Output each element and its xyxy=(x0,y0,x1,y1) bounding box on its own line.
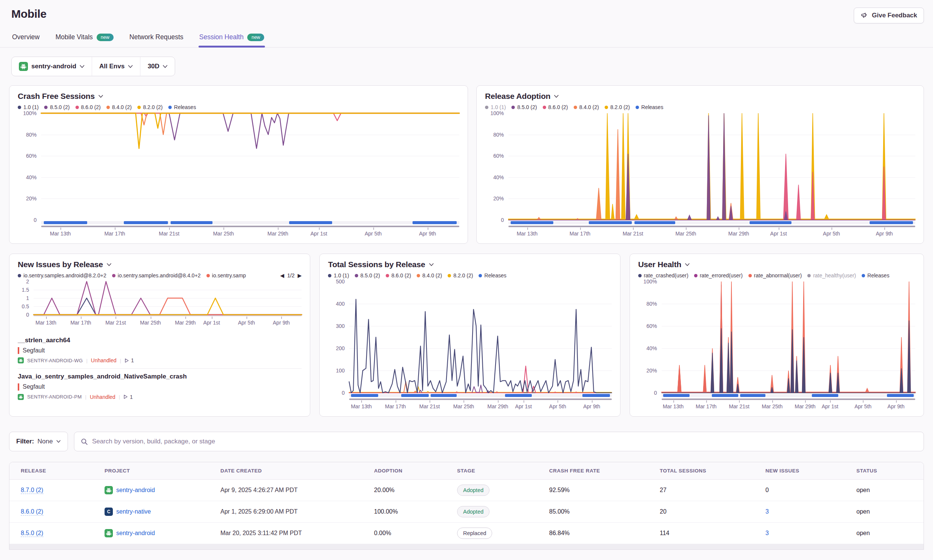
column-header-total-sessions[interactable]: TOTAL SESSIONS xyxy=(660,468,765,474)
release-segment[interactable] xyxy=(589,221,631,224)
legend-item[interactable]: 8.5.0 (2) xyxy=(511,104,537,110)
legend-item[interactable]: Releases xyxy=(636,104,663,110)
release-link[interactable]: 8.5.0 (2) xyxy=(21,530,43,537)
project-link[interactable]: sentry-android xyxy=(105,486,220,494)
legend-item[interactable]: 8.2.0 (2) xyxy=(448,272,473,278)
legend-item[interactable]: rate_errored(user) xyxy=(694,272,743,278)
plot-area[interactable] xyxy=(41,113,459,220)
release-segment[interactable] xyxy=(582,394,610,397)
y-axis-labels: 21.510.50 xyxy=(18,282,34,315)
issue-title[interactable]: Java_io_sentry_samples_android_NativeSam… xyxy=(18,373,302,380)
column-header-stage[interactable]: STAGE xyxy=(457,468,549,474)
legend-item[interactable]: 8.2.0 (2) xyxy=(137,104,163,110)
legend-item[interactable]: rate_abnormal(user) xyxy=(748,272,802,278)
column-header-release[interactable]: RELEASE xyxy=(21,468,105,474)
date-range-selector[interactable]: 30D xyxy=(140,57,175,76)
column-header-adoption[interactable]: ADOPTION xyxy=(374,468,457,474)
project-link[interactable]: C sentry-native xyxy=(105,508,220,516)
release-segment[interactable] xyxy=(812,394,838,397)
column-header-new-issues[interactable]: NEW ISSUES xyxy=(765,468,856,474)
legend-next-icon[interactable]: ▶ xyxy=(298,272,302,278)
legend-item[interactable]: Releases xyxy=(862,272,889,278)
legend-item[interactable]: 8.2.0 (2) xyxy=(605,104,630,110)
user-health-title-dropdown[interactable]: User Health xyxy=(638,260,915,269)
crash-free-sessions-title-dropdown[interactable]: Crash Free Sessions xyxy=(18,92,459,101)
project-selector[interactable]: sentry-android xyxy=(12,57,92,76)
release-segment[interactable] xyxy=(870,221,913,224)
legend-item[interactable]: 1.0 (1) xyxy=(328,272,349,278)
legend-item[interactable]: 8.4.0 (2) xyxy=(106,104,132,110)
tab-network-requests[interactable]: Network Requests xyxy=(129,32,184,47)
legend-item[interactable]: 8.6.0 (2) xyxy=(543,104,568,110)
legend-item[interactable]: 8.4.0 (2) xyxy=(574,104,599,110)
legend-item[interactable]: Releases xyxy=(479,272,506,278)
legend-item[interactable]: 1.0 (1) xyxy=(485,104,506,110)
column-header-status[interactable]: STATUS xyxy=(856,468,912,474)
release-segment[interactable] xyxy=(124,221,168,224)
release-segment[interactable] xyxy=(413,221,457,224)
crash-free-sessions-panel: Crash Free Sessions 1.0 (1)8.5.0 (2)8.6.… xyxy=(9,85,468,244)
legend-item[interactable]: 8.5.0 (2) xyxy=(355,272,380,278)
release-segment[interactable] xyxy=(171,221,212,224)
x-axis-line[interactable] xyxy=(41,226,459,227)
plot-area[interactable] xyxy=(508,113,915,220)
plot-area[interactable] xyxy=(662,282,915,393)
tab-session-health[interactable]: Session Healthnew xyxy=(199,32,265,47)
x-axis-line[interactable] xyxy=(662,398,915,400)
tab-mobile-vitals[interactable]: Mobile Vitalsnew xyxy=(55,32,114,47)
legend-item[interactable]: 8.4.0 (2) xyxy=(417,272,442,278)
release-segment[interactable] xyxy=(431,394,457,397)
release-segment[interactable] xyxy=(634,221,675,224)
column-header-project[interactable]: PROJECT xyxy=(105,468,220,474)
tab-label: Overview xyxy=(12,33,40,41)
total-sessions-title-dropdown[interactable]: Total Sessions by Release xyxy=(328,260,611,269)
release-segment[interactable] xyxy=(44,221,87,224)
x-tick-label: Apr 9th xyxy=(583,403,600,409)
release-segment[interactable] xyxy=(351,394,378,397)
legend-item[interactable]: 1.0 (1) xyxy=(18,104,38,110)
legend-page-indicator: 1/2 xyxy=(287,272,294,278)
release-link[interactable]: 8.6.0 (2) xyxy=(21,508,43,515)
status-cell: open xyxy=(856,530,912,537)
release-segment[interactable] xyxy=(663,394,690,397)
release-segment[interactable] xyxy=(740,394,765,397)
legend-item[interactable]: 8.5.0 (2) xyxy=(44,104,69,110)
release-segment[interactable] xyxy=(289,221,332,224)
new-issues-cell[interactable]: 3 xyxy=(765,530,856,537)
legend-item[interactable]: io.sentry.samples.android@8.4.0+2 xyxy=(112,272,201,278)
search-input[interactable] xyxy=(92,438,917,445)
give-feedback-button[interactable]: Give Feedback xyxy=(854,8,924,23)
release-segment[interactable] xyxy=(511,221,553,224)
column-header-crash-free-rate[interactable]: CRASH FREE RATE xyxy=(549,468,660,474)
legend-prev-icon[interactable]: ◀ xyxy=(280,272,284,278)
x-axis-line[interactable] xyxy=(349,398,611,400)
legend-item[interactable]: 8.6.0 (2) xyxy=(75,104,101,110)
project-link[interactable]: sentry-android xyxy=(105,529,220,537)
filter-dropdown-button[interactable]: Filter: None xyxy=(9,432,68,451)
legend-item[interactable]: rate_healthy(user) xyxy=(807,272,856,278)
legend-item[interactable]: io.sentry.samp xyxy=(206,272,246,278)
x-axis-line[interactable] xyxy=(508,226,915,227)
new-issues-cell[interactable]: 3 xyxy=(765,508,856,515)
release-segment[interactable] xyxy=(712,394,739,397)
tab-overview[interactable]: Overview xyxy=(11,32,40,47)
legend-item[interactable]: rate_crashed(user) xyxy=(638,272,688,278)
legend-dot xyxy=(44,106,48,109)
column-header-date-created[interactable]: DATE CREATED xyxy=(220,468,374,474)
plot-area[interactable] xyxy=(34,282,302,315)
release-segment[interactable] xyxy=(401,394,429,397)
release-link[interactable]: 8.7.0 (2) xyxy=(21,487,43,494)
series-8.2.0 xyxy=(41,113,459,148)
release-segment[interactable] xyxy=(887,394,914,397)
release-segment[interactable] xyxy=(750,221,791,224)
legend-dot xyxy=(511,106,515,109)
legend-item[interactable]: 8.6.0 (2) xyxy=(386,272,411,278)
issue-title[interactable]: __strlen_aarch64 xyxy=(18,337,302,344)
environment-selector[interactable]: All Envs xyxy=(92,57,140,76)
new-issues-title-dropdown[interactable]: New Issues by Release xyxy=(18,260,302,269)
release-adoption-title-dropdown[interactable]: Release Adoption xyxy=(485,92,915,101)
release-segment[interactable] xyxy=(505,394,532,397)
legend-item[interactable]: io.sentry.samples.android@8.2.0+2 xyxy=(18,272,106,278)
legend-item[interactable]: Releases xyxy=(168,104,196,110)
plot-area[interactable] xyxy=(349,282,611,393)
